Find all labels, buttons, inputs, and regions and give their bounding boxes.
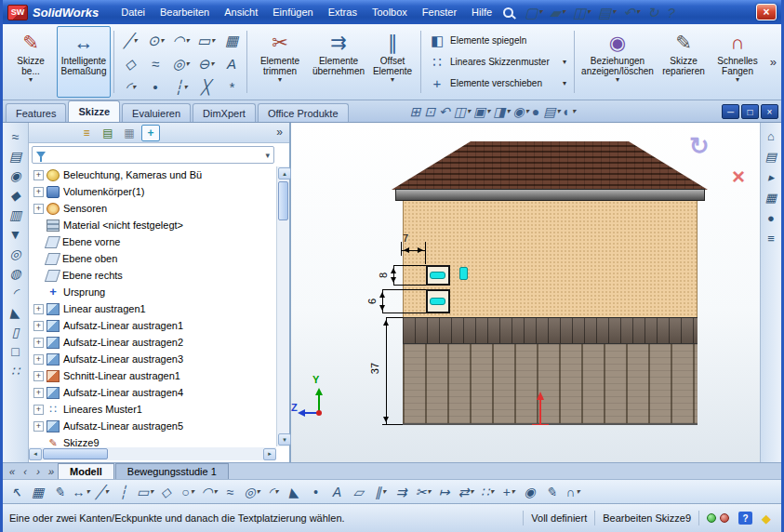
ellipse-icon[interactable]: ◎▾ (168, 52, 193, 75)
expander[interactable] (33, 187, 44, 197)
linear-sketch-pattern-icon[interactable]: ∷▾ (477, 482, 498, 502)
display-relations-button[interactable]: ◉ Beziehungen anzeigen/löschen ▾ (578, 26, 658, 98)
tree-item[interactable]: Aufsatz-Linear austragen1 (31, 317, 275, 334)
dimension-8[interactable]: 8 (378, 273, 389, 278)
close-document-button[interactable]: × (761, 104, 778, 119)
dimension-line[interactable] (382, 289, 383, 313)
custom-properties-icon[interactable]: ≡ (767, 233, 775, 245)
search-icon[interactable] (503, 7, 513, 18)
rebuild-icon[interactable]: ↻ (645, 4, 662, 20)
tab-scroll-last[interactable]: » (45, 463, 58, 479)
cancel-sketch-icon[interactable]: × (732, 164, 745, 190)
expander[interactable] (33, 237, 44, 247)
quick-snaps-button[interactable]: ∩ Schnelles Fangen ▾ (710, 26, 765, 98)
menu-item[interactable]: Bearbeiten (153, 4, 217, 20)
previous-view-icon[interactable]: ↶ (439, 105, 451, 118)
featuremanager-tree-tab[interactable]: ≡ (77, 125, 96, 141)
tree-vertical-scrollbar[interactable]: ▴ ▾ (276, 166, 289, 446)
expander[interactable] (33, 338, 44, 348)
line-icon[interactable]: ╱▾ (118, 29, 143, 52)
chevron-down-icon[interactable]: ▾ (265, 151, 270, 160)
menu-item[interactable]: Datei (113, 4, 153, 20)
expander[interactable] (33, 321, 44, 331)
revolved-cut-icon[interactable]: ◍ (9, 267, 20, 280)
extruded-cut-icon[interactable]: ▼ (9, 228, 22, 241)
tree-item[interactable]: Aufsatz-Linear austragen5 (31, 418, 275, 434)
file-explorer-icon[interactable]: ▸ (768, 171, 775, 183)
equation-icon[interactable]: * (219, 75, 244, 99)
text-icon[interactable]: A (219, 52, 244, 75)
appearances-icon[interactable]: ● (767, 212, 775, 224)
point-icon[interactable]: • (306, 482, 326, 502)
expander[interactable] (33, 438, 44, 447)
circle-icon[interactable]: ○▾ (178, 482, 198, 502)
centerline-icon[interactable]: ┆ (113, 482, 134, 502)
circle-icon[interactable]: ⊙▾ (143, 29, 168, 52)
sketch-segment-selected-1[interactable] (430, 272, 445, 279)
zoom-to-fit-icon[interactable]: ⊞ (410, 105, 422, 118)
sketch-button[interactable]: ✎ Skizze be... ▾ (5, 26, 57, 98)
sketch-segment-selected-2[interactable] (430, 298, 445, 305)
active-tool-tab[interactable]: + (141, 125, 160, 141)
repair-sketch-icon[interactable]: ✎ (541, 482, 562, 502)
extend-entities-icon[interactable]: ↦ (434, 482, 455, 502)
help-icon[interactable]: ? (665, 4, 677, 20)
expander[interactable] (33, 304, 44, 314)
linear-pattern-icon[interactable]: ∷ (11, 365, 20, 378)
tree-horizontal-scrollbar[interactable]: ◂ ▸ (29, 447, 276, 460)
document-tab[interactable]: Bewegungsstudie 1 (115, 463, 229, 479)
mirror-entities-icon[interactable]: ⇄▾ (456, 482, 476, 502)
solidworks-resources-icon[interactable]: ⌂ (767, 130, 775, 142)
panel-chevron[interactable]: » (272, 126, 287, 139)
expander[interactable] (33, 220, 44, 231)
expander[interactable] (33, 354, 44, 365)
shell-icon[interactable]: □ (11, 345, 19, 358)
lofted-boss-icon[interactable]: ◆ (10, 189, 20, 202)
tree-item[interactable]: Aufsatz-Linear austragen3 (31, 351, 275, 367)
sketch-icon[interactable]: ✎ (49, 482, 70, 502)
tree-item[interactable]: Material <nicht festgelegt> (31, 217, 275, 233)
point-icon[interactable]: • (143, 75, 168, 99)
trim-entities-button[interactable]: ✂ Elemente trimmen ▾ (250, 26, 310, 98)
expander[interactable] (33, 204, 44, 214)
rectangle-icon[interactable]: ▭▾ (135, 482, 155, 502)
polygon-icon[interactable]: ◇ (118, 52, 143, 75)
tree-item[interactable]: Beleuchtung, Kameras und Bü (31, 166, 275, 183)
custom-properties-status-icon[interactable]: ◆ (762, 512, 771, 525)
fillet-icon[interactable]: ◜ (13, 286, 18, 299)
toolbar-overflow-chevron[interactable]: » (767, 55, 779, 69)
tree-item[interactable]: Volumenkörper(1) (31, 183, 275, 200)
rib-icon[interactable]: ▯ (12, 326, 20, 339)
ribbon-tab[interactable]: Skizze (68, 100, 120, 122)
ribbon-tab[interactable]: Office Produkte (258, 103, 349, 122)
smart-dimension-icon[interactable]: ↔▾ (71, 482, 91, 502)
grid-snap-icon[interactable]: ▦ (28, 482, 48, 502)
ribbon-tab[interactable]: Features (6, 103, 66, 122)
slot-icon[interactable]: ⊖▾ (193, 52, 219, 75)
scroll-down-icon[interactable]: ▾ (278, 433, 291, 446)
tree-item[interactable]: Lineares Muster1 (31, 401, 275, 418)
tree-item[interactable]: Aufsatz-Linear austragen2 (31, 334, 275, 351)
sketch-segment-selected-3[interactable] (459, 267, 468, 280)
exit-sketch-icon[interactable]: ↻ (689, 132, 710, 161)
smart-dimension-button[interactable]: ↔ Intelligente Bemaßung (57, 26, 111, 98)
boundary-boss-icon[interactable]: ▥ (9, 208, 21, 221)
configurationmanager-tab[interactable]: ▦ (120, 125, 139, 141)
ellipse-icon[interactable]: ◎▾ (242, 482, 262, 502)
design-library-icon[interactable]: ▤ (765, 151, 777, 163)
expander[interactable] (33, 271, 44, 281)
dimension-line[interactable] (386, 317, 387, 425)
menu-item[interactable]: Fenster (415, 4, 464, 20)
expander[interactable] (33, 170, 44, 180)
display-style-icon[interactable]: ◨▾ (493, 105, 510, 118)
expander[interactable] (33, 405, 44, 415)
minimize-button[interactable]: ─ (722, 104, 739, 119)
spline-icon[interactable]: ≈ (220, 482, 241, 502)
revolved-boss-icon[interactable]: ◉ (9, 169, 20, 182)
linear-sketch-pattern-button[interactable]: ∷ Lineares Skizzenmuster ▾ (426, 51, 569, 73)
convert-entities-icon[interactable]: ⇉ (392, 482, 412, 502)
close-button[interactable]: × (756, 4, 777, 20)
chamfer-icon[interactable]: ◣ (285, 482, 305, 502)
polygon-icon[interactable]: ◇ (156, 482, 177, 502)
view-orientation-icon[interactable]: ▣▾ (473, 105, 490, 118)
